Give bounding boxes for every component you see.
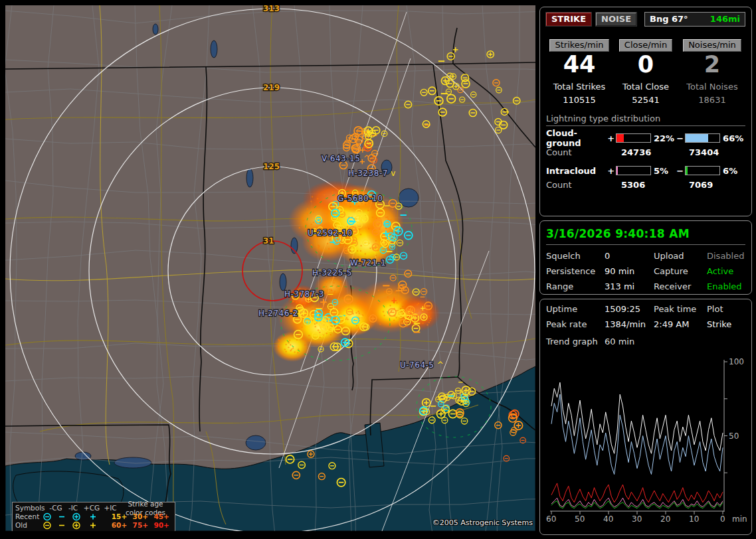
intracloud-counts: Count 5306 7069: [546, 180, 745, 190]
age-code-90+: 90+: [151, 521, 172, 530]
plot-mode-value: Strike: [707, 319, 745, 329]
noises-column: Noises/min 2 Total Noises 18631: [679, 39, 745, 105]
receiver-status: Enabled: [707, 281, 745, 291]
legend-recent-label: Recent: [15, 512, 42, 521]
persistence-label: Persistence: [546, 266, 605, 276]
storm-cell-label: U-2592-10: [308, 228, 353, 238]
uptime-label: Uptime: [546, 304, 605, 314]
strikes-column: Strikes/min 44 Total Strikes 110515: [546, 39, 613, 105]
neg-ic-bar: [685, 166, 720, 175]
intracloud-label: Intracloud: [546, 166, 607, 176]
trend-series-pos-cloud-ground: [551, 483, 723, 502]
storm-cell-label: G-5680-10: [337, 194, 383, 203]
peak-time-value: 2:49 AM: [654, 319, 707, 329]
svg-text:50: 50: [575, 514, 585, 524]
total-noises-label: Total Noises: [679, 82, 745, 92]
trend-graph-label: Trend graph: [546, 337, 605, 346]
storm-cell-label: H-3787-3 −: [284, 289, 334, 299]
ring-label-313: 313: [263, 5, 280, 13]
uptime-value: 1509:25: [605, 304, 654, 314]
peak-rate-label: Peak rate: [546, 319, 605, 329]
trend-axes: [550, 360, 727, 514]
count-label: Count: [546, 147, 621, 157]
cloud-ground-counts: Count 24736 73404: [546, 147, 745, 157]
capture-status: Active: [707, 266, 745, 276]
age-code-60+: 60+: [109, 521, 130, 530]
total-strikes-label: Total Strikes: [546, 82, 613, 92]
storm-cell-label: V-643-15 ^: [322, 154, 370, 163]
peak-rate-value: 1384/min: [605, 319, 654, 329]
svg-text:min: min: [732, 514, 747, 524]
copyright-text: ©2005 Astrogenic Systems: [432, 518, 533, 527]
strike-mode-button[interactable]: STRIKE: [546, 13, 591, 26]
legend-col-pos-cg: +CG: [82, 504, 102, 512]
ring-label-219: 219: [263, 83, 280, 92]
age-code-75+: 75+: [130, 521, 151, 530]
storm-cell-label: H-3225-5: [312, 268, 352, 277]
neg-ic-count: 7069: [689, 180, 713, 190]
map-view[interactable]: 31321912531V-643-15 ^H-3238-7 vG-5680-10…: [5, 5, 535, 531]
nexstorm-window: 31321912531V-643-15 ^H-3238-7 vG-5680-10…: [0, 0, 756, 539]
peak-time-label: Peak time: [654, 304, 707, 314]
datetime-display: 3/16/2026 9:40:18 AM: [546, 226, 745, 245]
pos-ic-count: 5306: [621, 180, 689, 190]
legend-symbol-sym-icm: [56, 521, 71, 530]
svg-text:30: 30: [632, 514, 642, 524]
legend-symbol-sym-cgp: [71, 521, 88, 530]
trend-series-total-strike-rate: [551, 382, 723, 453]
cloud-ground-label: Cloud-ground: [546, 128, 607, 148]
capture-label: Capture: [654, 266, 707, 276]
neg-cg-bar: [685, 133, 720, 143]
total-noises-value: 18631: [679, 95, 745, 105]
storm-cell-label: U-764-5 ^: [400, 360, 444, 370]
pos-ic-bar: [616, 166, 651, 175]
bearing-distance: 146mi: [710, 13, 740, 26]
noises-per-min-button[interactable]: Noises/min: [683, 39, 741, 52]
neg-cg-count: 73404: [689, 147, 719, 157]
counter-panel: STRIKE NOISE Bng 67° 146mi Strikes/min 4…: [539, 7, 752, 216]
bearing-value: Bng 67°: [650, 13, 688, 26]
map-canvas[interactable]: 31321912531V-643-15 ^H-3238-7 vG-5680-10…: [5, 5, 535, 531]
pos-cg-percent: 22%: [653, 133, 676, 143]
range-label: Range: [546, 281, 605, 291]
intracloud-row: Intracloud + 5% − 6%: [546, 165, 745, 177]
legend-col-pos-ic: +IC: [102, 504, 119, 512]
svg-text:40: 40: [603, 514, 613, 524]
plus-sign: +: [607, 166, 615, 176]
minus-sign: −: [676, 166, 684, 176]
squelch-value: 0: [605, 251, 654, 261]
count-label: Count: [546, 180, 621, 190]
noises-rate: 2: [679, 52, 745, 78]
pos-cg-count: 24736: [621, 147, 689, 157]
legend-col-neg-ic: -IC: [64, 504, 82, 512]
pos-ic-percent: 5%: [653, 166, 676, 176]
close-per-min-button[interactable]: Close/min: [619, 39, 672, 52]
strikes-per-min-button[interactable]: Strikes/min: [549, 39, 609, 52]
svg-text:60: 60: [546, 514, 556, 524]
distribution-title: Lightning type distribution: [546, 114, 745, 126]
plus-sign: +: [607, 133, 615, 143]
noise-mode-button[interactable]: NOISE: [596, 13, 636, 26]
upload-status: Disabled: [707, 251, 745, 261]
range-value: 313 mi: [605, 281, 654, 291]
upload-label: Upload: [654, 251, 707, 261]
legend-symbol-sym-cgm: [42, 521, 56, 530]
squelch-label: Squelch: [546, 251, 605, 261]
persistence-value: 90 min: [605, 266, 654, 276]
neg-cg-percent: 66%: [722, 133, 745, 143]
svg-text:50: 50: [729, 431, 739, 441]
legend-symbol-sym-icm: [56, 512, 71, 521]
legend-symbol-sym-icp: [88, 521, 102, 530]
status-panel: 3/16/2026 9:40:18 AM Squelch 0 Upload Di…: [539, 220, 752, 295]
ring-label-125: 125: [263, 162, 280, 171]
trend-series-neg-cloud-ground: [551, 394, 723, 474]
close-column: Close/min 0 Total Close 52541: [613, 39, 679, 105]
age-code-30+: 30+: [130, 512, 151, 521]
legend-symbol-sym-cgp: [71, 512, 88, 521]
age-code-15+: 15+: [109, 512, 130, 521]
strike-legend: Symbols -CG -IC +CG +IC Strike age color…: [12, 502, 175, 531]
legend-old-label: Old: [15, 521, 42, 530]
lightning-distribution: Lightning type distribution Cloud-ground…: [546, 114, 745, 190]
trend-window-value: 60 min: [605, 337, 634, 346]
total-close-value: 52541: [613, 95, 679, 105]
